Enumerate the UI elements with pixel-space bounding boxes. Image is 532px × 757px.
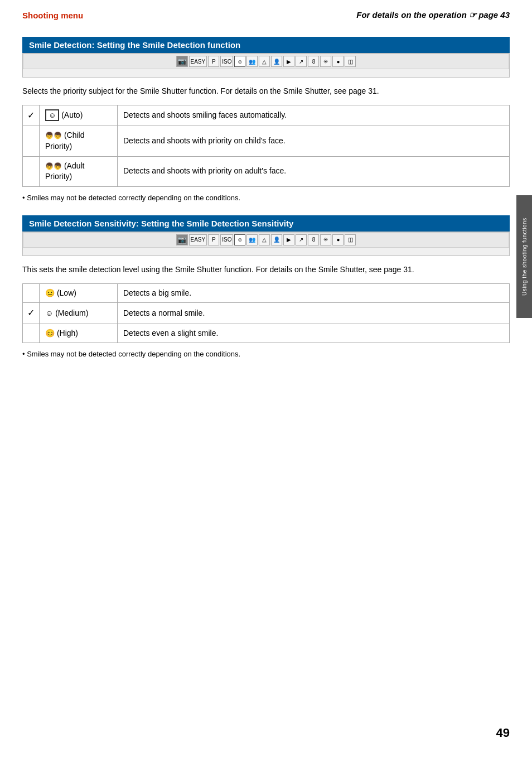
- icon-iso: ISO: [220, 56, 233, 67]
- for-details-label: For details on the operation ☞ page 43: [356, 10, 510, 20]
- icon-person: 👤: [271, 56, 282, 67]
- header: Shooting menu For details on the operati…: [0, 0, 532, 26]
- s2-icon-arrow-diag: ↗: [296, 234, 307, 245]
- desc-adult: Detects and shoots with priority on adul…: [118, 156, 510, 186]
- option-high-label: (High): [57, 329, 78, 337]
- check-low: [23, 283, 40, 303]
- option-low: 😐 (Low): [40, 283, 118, 303]
- s2-icon-mountain: △: [259, 234, 270, 245]
- desc-medium: Detects a normal smile.: [118, 303, 510, 324]
- s2-icon-asterisk: ✳: [320, 234, 331, 245]
- s2-icon-iso: ISO: [220, 234, 233, 245]
- section2-note: • Smiles may not be detected correctly d…: [22, 350, 510, 358]
- s2-icon-people: 👥: [246, 234, 258, 245]
- table-row: 👦​👦 (Child Priority) Detects and shoots …: [23, 126, 510, 156]
- desc-low: Detects a big smile.: [118, 283, 510, 303]
- option-adult: 👦👦 (Adult Priority): [40, 156, 118, 186]
- s2-icon-smile: ☺: [234, 234, 245, 245]
- s2-icon-grid: ◫: [345, 234, 356, 245]
- child-icon: 👦​👦: [45, 132, 62, 139]
- s2-icon-p: P: [208, 234, 219, 245]
- option-auto: ☺ (Auto): [40, 105, 118, 126]
- section1-icon-strip-wrapper: 📷 EASY P ISO ☺ 👥 △ 👤 ▶ ↗ 8 ✳ ● ◫: [22, 53, 510, 78]
- table-row: 😐 (Low) Detects a big smile.: [23, 283, 510, 303]
- section1-title: Smile Detection: Setting the Smile Detec…: [22, 37, 510, 53]
- side-label: Using the shooting functions: [516, 195, 532, 318]
- icon-easy: EASY: [189, 56, 207, 67]
- page-container: Shooting menu For details on the operati…: [0, 0, 532, 757]
- desc-child: Detects and shoots with priority on chil…: [118, 126, 510, 156]
- page-number: 49: [496, 726, 510, 740]
- s2-icon-person: 👤: [271, 234, 282, 245]
- main-content: Smile Detection: Setting the Smile Detec…: [0, 26, 532, 383]
- option-high: 😊 (High): [40, 324, 118, 343]
- option-medium-label: (Medium): [55, 308, 88, 317]
- section2-title: Smile Detection Sensitivity: Setting the…: [22, 215, 510, 232]
- table-row: ✓ ☺ (Auto) Detects and shoots smiling fa…: [23, 105, 510, 126]
- section1-description: Selects the priority subject for the Smi…: [22, 85, 510, 97]
- s2-icon-easy: EASY: [189, 234, 207, 245]
- shooting-menu-label: Shooting menu: [22, 11, 83, 20]
- option-auto-label: (Auto): [61, 110, 83, 119]
- section1-note: • Smiles may not be detected correctly d…: [22, 194, 510, 202]
- icon-grid: ◫: [345, 56, 356, 67]
- icon-mountain: △: [259, 56, 270, 67]
- table-row: 😊 (High) Detects even a slight smile.: [23, 324, 510, 343]
- check-auto: ✓: [23, 105, 40, 126]
- option-medium: ☺ (Medium): [40, 303, 118, 324]
- icon-arrow-diag: ↗: [296, 56, 307, 67]
- section2-icon-strip: 📷 EASY P ISO ☺ 👥 △ 👤 ▶ ↗ 8 ✳ ● ◫: [23, 232, 509, 248]
- icon-people: 👥: [246, 56, 258, 67]
- section1-options-table: ✓ ☺ (Auto) Detects and shoots smiling fa…: [22, 105, 510, 187]
- check-high: [23, 324, 40, 343]
- section1: Smile Detection: Setting the Smile Detec…: [22, 37, 510, 202]
- section2-description: This sets the smile detection level usin…: [22, 264, 510, 276]
- section1-icon-strip: 📷 EASY P ISO ☺ 👥 △ 👤 ▶ ↗ 8 ✳ ● ◫: [23, 54, 509, 69]
- icon-arrow-right: ▶: [283, 56, 294, 67]
- icon-8: 8: [308, 56, 319, 67]
- s2-icon-camera: 📷: [176, 234, 188, 245]
- adult-icon: 👦👦: [45, 162, 62, 170]
- table-row: ✓ ☺ (Medium) Detects a normal smile.: [23, 303, 510, 324]
- s2-icon-arrow-right: ▶: [283, 234, 294, 245]
- icon-asterisk: ✳: [320, 56, 331, 67]
- medium-smile-icon: ☺: [45, 308, 53, 317]
- check-child: [23, 126, 40, 156]
- desc-auto: Detects and shoots smiling faces automat…: [118, 105, 510, 126]
- option-child: 👦​👦 (Child Priority): [40, 126, 118, 156]
- section2: Smile Detection Sensitivity: Setting the…: [22, 215, 510, 359]
- check-medium: ✓: [23, 303, 40, 324]
- desc-high: Detects even a slight smile.: [118, 324, 510, 343]
- section2-options-table: 😐 (Low) Detects a big smile. ✓ ☺ (Medium…: [22, 283, 510, 344]
- s2-icon-8: 8: [308, 234, 319, 245]
- icon-circle: ●: [332, 56, 344, 67]
- table-row: 👦👦 (Adult Priority) Detects and shoots w…: [23, 156, 510, 186]
- high-smile-icon: 😊: [45, 329, 55, 337]
- icon-p: P: [208, 56, 219, 67]
- icon-smile: ☺: [234, 56, 245, 67]
- low-smile-icon: 😐: [45, 288, 55, 297]
- icon-camera: 📷: [176, 56, 188, 67]
- option-low-label: (Low): [57, 288, 76, 297]
- smile-icon: ☺: [45, 109, 59, 121]
- s2-icon-circle: ●: [332, 234, 344, 245]
- section2-icon-strip-wrapper: 📷 EASY P ISO ☺ 👥 △ 👤 ▶ ↗ 8 ✳ ● ◫: [22, 232, 510, 256]
- check-adult: [23, 156, 40, 186]
